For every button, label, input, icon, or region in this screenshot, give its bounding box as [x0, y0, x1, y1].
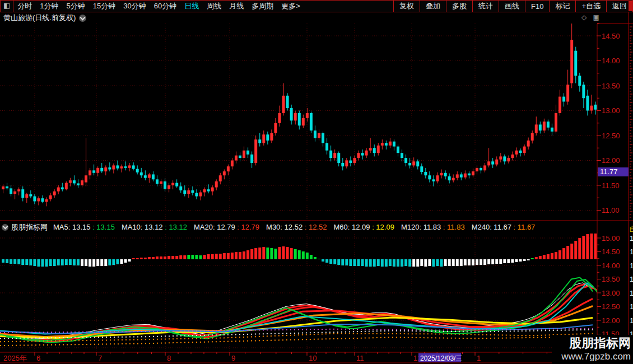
- action-button[interactable]: F10: [525, 1, 549, 12]
- action-button[interactable]: 叠加: [420, 1, 446, 12]
- candle: [124, 166, 127, 168]
- histogram-bar: [223, 253, 226, 259]
- period-tab[interactable]: 日线: [180, 1, 203, 11]
- candle: [17, 189, 20, 192]
- window-panel-icon[interactable]: ◧: [1, 1, 13, 12]
- period-tab[interactable]: 5分钟: [63, 1, 89, 11]
- indicator-name: 股朋指标网: [11, 222, 48, 232]
- histogram-bar: [353, 259, 356, 266]
- action-button[interactable]: 多股: [446, 1, 472, 12]
- candle: [92, 170, 95, 172]
- period-tabs: 分时1分钟5分钟15分钟30分钟60分钟日线周线月线多周期更多>: [13, 1, 304, 12]
- candle: [81, 180, 83, 185]
- candle: [519, 151, 522, 153]
- price-chart-canvas[interactable]: 14.5014.0013.5013.0012.5012.0011.5011.00…: [0, 0, 633, 364]
- candle: [239, 156, 241, 158]
- candle: [10, 188, 12, 194]
- sliver-price-digit: 1: [630, 262, 633, 270]
- histogram-bar: [460, 259, 463, 266]
- indicator-collapse-icon[interactable]: [2, 224, 8, 231]
- month-label: 1: [477, 354, 481, 362]
- histogram-bar: [258, 248, 261, 259]
- candle: [574, 51, 577, 76]
- period-tab[interactable]: 更多>: [277, 1, 304, 11]
- candle: [507, 158, 510, 161]
- action-button[interactable]: 复权: [393, 1, 420, 12]
- period-tab[interactable]: 月线: [225, 1, 248, 11]
- chart-tool-icons[interactable]: ◇ ▣: [581, 13, 602, 21]
- month-label: 9: [231, 354, 235, 362]
- candle: [329, 151, 332, 158]
- histogram-bar: [483, 259, 486, 265]
- action-buttons: 复权叠加多股统计画线F10标记+自选返回: [393, 1, 632, 12]
- candle: [531, 133, 534, 141]
- histogram-bar: [503, 259, 506, 263]
- candle: [515, 151, 518, 155]
- ma-value-item: MA5: 13.15 : 13.15: [53, 223, 115, 231]
- period-tab[interactable]: 周线: [203, 1, 225, 11]
- ma-value-item: MA20: 12.79 : 12.79: [194, 223, 259, 231]
- histogram-bar: [132, 258, 135, 259]
- histogram-bar: [61, 259, 64, 265]
- candle: [432, 179, 435, 181]
- candle: [468, 174, 471, 176]
- period-tab[interactable]: 分时: [13, 1, 36, 11]
- candle: [266, 134, 269, 141]
- month-label: 8: [167, 354, 171, 362]
- period-tab[interactable]: 30分钟: [119, 1, 150, 11]
- histogram-bar: [37, 259, 40, 267]
- histogram-bar: [73, 259, 76, 265]
- histogram-bar: [89, 259, 91, 267]
- histogram-bar: [270, 248, 273, 259]
- histogram-bar: [539, 256, 542, 259]
- candle: [203, 189, 206, 192]
- histogram-bar: [187, 255, 190, 259]
- candle: [243, 151, 245, 158]
- main-panel: [0, 24, 597, 220]
- candle: [527, 141, 530, 147]
- candle: [408, 163, 411, 165]
- period-tab[interactable]: 15分钟: [89, 1, 119, 11]
- histogram-bar: [246, 250, 249, 259]
- histogram-bar: [393, 259, 395, 267]
- histogram-bar: [558, 250, 561, 259]
- price-label: 11.50: [602, 181, 620, 190]
- price-label: 14.50: [602, 248, 620, 256]
- action-button[interactable]: +自选: [575, 1, 606, 12]
- candle: [33, 197, 36, 202]
- action-button[interactable]: 标记: [549, 1, 575, 12]
- candle: [551, 128, 553, 132]
- histogram-bar: [156, 256, 159, 259]
- histogram-bar: [444, 259, 447, 266]
- candle: [302, 118, 305, 125]
- period-tab[interactable]: 60分钟: [150, 1, 180, 11]
- candle: [41, 198, 44, 202]
- histogram-bar: [511, 259, 514, 263]
- candle: [152, 174, 155, 179]
- candle: [69, 180, 72, 183]
- histogram-bar: [254, 248, 257, 259]
- histogram-bar: [148, 257, 151, 259]
- sliver-price-digit: 1: [630, 302, 633, 311]
- candle: [223, 171, 226, 175]
- candle: [132, 165, 135, 169]
- candle: [476, 168, 478, 171]
- chevron-down-icon[interactable]: [79, 15, 86, 22]
- period-tab[interactable]: 1分钟: [36, 1, 62, 11]
- action-button[interactable]: 画线: [499, 1, 525, 12]
- candle: [215, 181, 218, 188]
- histogram-bar: [128, 259, 131, 262]
- sliver-price-digit: 1: [630, 248, 633, 256]
- candle: [570, 40, 573, 83]
- trading-app-window: { "toolbar": { "window_icon": "◧", "left…: [0, 0, 633, 364]
- histogram-bar: [566, 246, 569, 259]
- histogram-bar: [152, 257, 155, 259]
- histogram-bar: [219, 254, 222, 259]
- candle: [298, 113, 301, 125]
- candle: [112, 165, 115, 169]
- histogram-bar: [199, 255, 202, 259]
- period-tab[interactable]: 多周期: [248, 1, 277, 11]
- action-button[interactable]: 统计: [472, 1, 499, 12]
- candle: [373, 148, 376, 153]
- histogram-bar: [100, 259, 103, 266]
